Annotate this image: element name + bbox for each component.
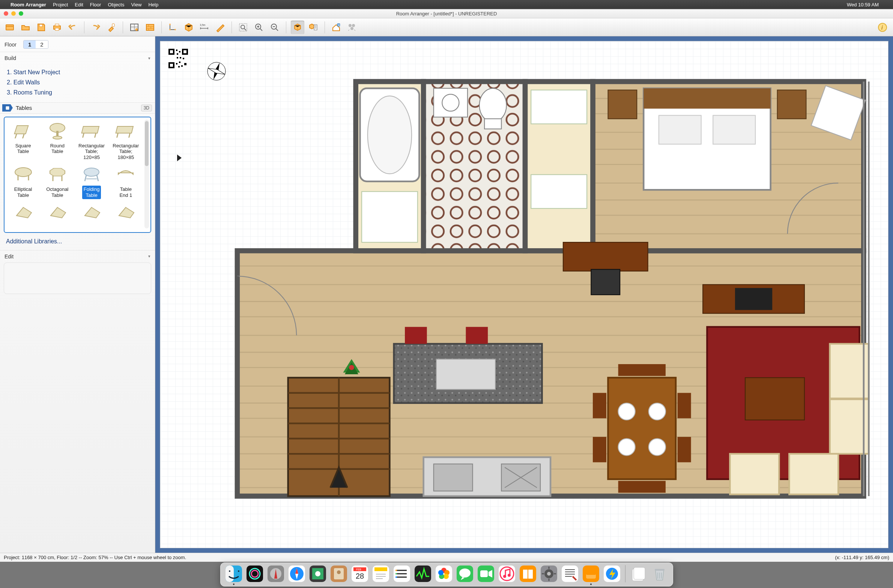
dock-calendar-icon[interactable]: FEB28 xyxy=(351,565,368,582)
dock-preview-icon[interactable] xyxy=(309,565,326,582)
new-project-button[interactable] xyxy=(3,21,17,34)
window-zoom-button[interactable] xyxy=(19,11,23,16)
gallery-item[interactable]: Table End 1 xyxy=(109,163,143,200)
gallery-item[interactable]: Elliptical Table xyxy=(6,163,40,200)
measure-button[interactable]: 3,5m xyxy=(198,21,211,34)
dock-separator xyxy=(625,565,625,582)
dock-textedit-icon[interactable] xyxy=(561,565,579,582)
floor-tab-2[interactable]: 2 xyxy=(36,40,48,48)
svg-rect-74 xyxy=(183,58,184,59)
wall-designer-button[interactable] xyxy=(128,21,141,34)
print-button[interactable] xyxy=(50,21,64,34)
zoom-in-button[interactable] xyxy=(252,21,266,34)
menu-floor[interactable]: Floor xyxy=(90,2,101,8)
dock-photos-icon[interactable] xyxy=(435,565,453,582)
svg-rect-69 xyxy=(176,50,177,51)
gallery-item[interactable] xyxy=(109,201,143,228)
object-gallery: Square Table Round Table Rectangular Tab… xyxy=(4,117,151,233)
window-close-button[interactable] xyxy=(4,11,8,16)
menu-project[interactable]: Project xyxy=(53,2,68,8)
svg-rect-104 xyxy=(643,88,770,109)
gallery-item[interactable]: Rectangular Table; 180×85 xyxy=(109,120,143,162)
dock-siri-icon[interactable] xyxy=(246,565,263,582)
gallery-item[interactable] xyxy=(75,201,109,228)
info-button[interactable]: i xyxy=(876,21,889,34)
dock-reminders-icon[interactable] xyxy=(393,565,410,582)
dock-system-preferences-icon[interactable] xyxy=(540,565,558,582)
dock-launchpad-icon[interactable] xyxy=(267,565,284,582)
svg-rect-108 xyxy=(777,90,806,119)
gallery-item[interactable] xyxy=(40,201,74,228)
table-thumb-icon xyxy=(47,120,68,141)
dock-safari-icon[interactable] xyxy=(288,565,305,582)
view-object-list-button[interactable] xyxy=(307,21,320,34)
gallery-item-label: Rectangular Table; 180×85 xyxy=(111,142,140,161)
gallery-item[interactable]: Rectangular Table; 120×85 xyxy=(75,120,109,162)
dock-activity-monitor-icon[interactable] xyxy=(414,565,431,582)
zoom-out-button[interactable] xyxy=(268,21,281,34)
svg-rect-10 xyxy=(39,24,42,27)
menu-edit[interactable]: Edit xyxy=(75,2,83,8)
redo-button[interactable] xyxy=(89,21,102,34)
effects-button[interactable] xyxy=(345,21,359,34)
window-minimize-button[interactable] xyxy=(11,11,16,16)
gallery-item[interactable]: Folding Table xyxy=(75,163,109,200)
svg-point-195 xyxy=(547,572,551,576)
zoom-fit-button[interactable] xyxy=(236,21,250,34)
paint-button[interactable] xyxy=(105,21,118,34)
brick-wall-button[interactable] xyxy=(143,21,157,34)
running-dot-icon xyxy=(233,584,235,585)
floor-selector: 1 2 xyxy=(23,40,48,49)
menubar-clock[interactable]: Wed 10:59 AM xyxy=(847,2,879,8)
dock-documents-stack-icon[interactable] xyxy=(630,565,647,582)
svg-rect-99 xyxy=(484,119,501,129)
additional-libraries-link[interactable]: Additional Libraries... xyxy=(6,238,62,244)
menu-objects[interactable]: Objects xyxy=(108,2,124,8)
build-link-edit-walls[interactable]: 2. Edit Walls xyxy=(7,77,148,87)
edit-section-header[interactable]: Edit ▾ xyxy=(0,250,155,262)
svg-line-23 xyxy=(244,28,246,30)
gallery-item-label: Table End 1 xyxy=(118,186,134,199)
dock-facetime-icon[interactable] xyxy=(477,565,495,582)
dock-contacts-icon[interactable] xyxy=(330,565,347,582)
dock-finder-icon[interactable] xyxy=(225,565,242,582)
open-button[interactable] xyxy=(19,21,32,34)
build-link-rooms-tuning[interactable]: 3. Rooms Tuning xyxy=(7,87,148,98)
gallery-item[interactable]: Octagonal Table xyxy=(40,163,74,200)
gallery-item[interactable]: Square Table xyxy=(6,120,40,162)
dock-messages-icon[interactable] xyxy=(456,565,474,582)
draw-line-button[interactable] xyxy=(213,21,227,34)
dock-room-arranger-icon[interactable] xyxy=(582,565,600,582)
dock-ibooks-icon[interactable] xyxy=(519,565,537,582)
undo-button[interactable] xyxy=(66,21,80,34)
view-3d-house-button[interactable]: 3D xyxy=(329,21,343,34)
view-3d-object-button[interactable] xyxy=(291,21,304,34)
qr-code-icon xyxy=(168,48,189,69)
menubar-app-name[interactable]: Room Arranger xyxy=(11,2,46,8)
build-link-new-project[interactable]: 1. Start New Project xyxy=(7,67,148,77)
floor-tab-1[interactable]: 1 xyxy=(24,40,36,48)
category-title[interactable]: Tables xyxy=(16,105,32,111)
category-back-icon[interactable] xyxy=(2,104,13,112)
badge-3d[interactable]: 3D xyxy=(141,105,152,111)
svg-rect-141 xyxy=(678,437,691,462)
svg-marker-59 xyxy=(51,207,66,218)
menu-view[interactable]: View xyxy=(131,2,141,8)
dock-trash-icon[interactable] xyxy=(651,565,668,582)
gallery-scrollbar[interactable] xyxy=(144,120,149,228)
build-section-header[interactable]: Build ▾ xyxy=(0,52,155,64)
expand-panel-icon[interactable] xyxy=(176,154,183,164)
table-thumb-icon xyxy=(81,202,102,223)
gallery-item[interactable]: Round Table xyxy=(40,120,74,162)
cube-object-button[interactable] xyxy=(182,21,195,34)
gallery-item[interactable] xyxy=(6,201,40,228)
floorplan-canvas[interactable] xyxy=(160,41,888,548)
menu-help[interactable]: Help xyxy=(148,2,158,8)
dock-bolt-app-icon[interactable] xyxy=(603,565,621,582)
floorplan-drawing xyxy=(186,53,881,533)
svg-marker-61 xyxy=(119,207,134,218)
dock-notes-icon[interactable] xyxy=(372,565,389,582)
dock-itunes-icon[interactable] xyxy=(498,565,516,582)
room-corner-button[interactable] xyxy=(166,21,180,34)
save-button[interactable] xyxy=(35,21,48,34)
